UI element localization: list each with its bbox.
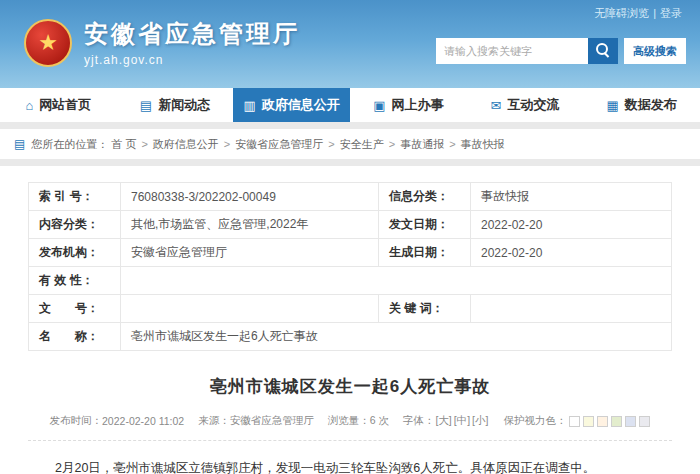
generate-date-label: 生成日期：: [379, 239, 471, 267]
keywords-label: 关 键 词：: [379, 295, 471, 323]
validity-label: 有 效 性：: [29, 267, 121, 295]
top-utility-bar: 无障碍浏览|登录: [590, 6, 686, 21]
eye-color-swatch[interactable]: [639, 416, 650, 427]
star-icon: ★: [38, 30, 58, 56]
breadcrumb-link-department[interactable]: 安徽省应急管理厅: [235, 137, 323, 152]
main-nav: ⌂ 网站首页 ▤ 新闻动态 ▥ 政府信息公开 ▣ 网上办事 ✉ 互动交流 ▦ 数…: [0, 88, 700, 122]
breadcrumb-prefix: 您所在的位置：: [31, 137, 108, 152]
site-title: 安徽省应急管理厅: [84, 18, 300, 50]
table-row: 发布机构： 安徽省应急管理厅 生成日期： 2022-02-20: [29, 239, 672, 267]
name-label: 名 称：: [29, 323, 121, 351]
eye-color-swatch[interactable]: [625, 416, 636, 427]
nav-item-interaction[interactable]: ✉ 互动交流: [467, 88, 584, 122]
home-icon: ⌂: [25, 98, 33, 113]
search-button[interactable]: [588, 38, 618, 64]
site-url: yjt.ah.gov.cn: [84, 53, 300, 67]
info-disclosure-icon: ▥: [244, 98, 256, 113]
table-row: 文 号： 关 键 词：: [29, 295, 672, 323]
index-number-value: 76080338-3/202202-00049: [121, 183, 379, 211]
eye-color-swatch[interactable]: [611, 416, 622, 427]
issue-date-label: 发文日期：: [379, 211, 471, 239]
nav-label: 互动交流: [507, 96, 559, 114]
nav-label: 新闻动态: [158, 96, 210, 114]
data-release-icon: ▦: [607, 98, 619, 113]
font-medium-button[interactable]: [中]: [454, 414, 470, 428]
location-icon: ▤: [14, 137, 25, 151]
national-emblem-logo: ★: [24, 19, 72, 67]
interaction-icon: ✉: [491, 98, 502, 113]
article-title: 亳州市谯城区发生一起6人死亡事故: [0, 375, 700, 398]
doc-number-label: 文 号：: [29, 295, 121, 323]
eye-color-swatch[interactable]: [583, 416, 594, 427]
info-table: 索 引 号： 76080338-3/202202-00049 信息分类： 事故快…: [28, 182, 672, 351]
index-number-label: 索 引 号：: [29, 183, 121, 211]
content-category-value: 其他,市场监管、应急管理,2022年: [121, 211, 379, 239]
info-category-value: 事故快报: [471, 183, 672, 211]
online-service-icon: ▣: [373, 98, 385, 113]
nav-label: 网上办事: [392, 96, 444, 114]
keywords-value: [471, 295, 672, 323]
info-category-label: 信息分类：: [379, 183, 471, 211]
publish-time-label: 发布时间：: [50, 414, 103, 428]
nav-label: 网站首页: [39, 96, 91, 114]
search-input[interactable]: [436, 38, 588, 64]
table-row: 有 效 性：: [29, 267, 672, 295]
font-small-button[interactable]: [小]: [472, 414, 488, 428]
news-icon: ▤: [140, 98, 152, 113]
breadcrumb: ▤ 您所在的位置： 首 页 > 政府信息公开 > 安徽省应急管理厅 > 安全生产…: [0, 129, 700, 159]
article-body: 2月20日，亳州市谯城区立德镇郭庄村，发现一电动三轮车坠沟致6人死亡。具体原因正…: [30, 457, 670, 474]
breadcrumb-link-safety[interactable]: 安全生产: [340, 137, 384, 152]
name-value: 亳州市谯城区发生一起6人死亡事故: [121, 323, 672, 351]
main-content: 索 引 号： 76080338-3/202202-00049 信息分类： 事故快…: [0, 166, 700, 474]
nav-label: 数据发布: [625, 96, 677, 114]
nav-item-data-release[interactable]: ▦ 数据发布: [583, 88, 700, 122]
publisher-value: 安徽省应急管理厅: [121, 239, 379, 267]
site-header: 无障碍浏览|登录 ★ 安徽省应急管理厅 yjt.ah.gov.cn 高级搜索: [0, 0, 700, 88]
nav-item-info-disclosure[interactable]: ▥ 政府信息公开: [233, 88, 350, 122]
source-label: 来源：: [198, 414, 230, 428]
font-large-button[interactable]: [大]: [435, 414, 451, 428]
search-bar: 高级搜索: [436, 38, 686, 64]
nav-label: 政府信息公开: [262, 96, 340, 114]
publish-time-value: 2022-02-20 11:02: [102, 415, 184, 427]
font-size-label: 字体：: [403, 414, 435, 428]
article-meta: 发布时间：2022-02-20 11:02 来源：安徽省应急管理厅 浏览量：6 …: [28, 414, 672, 441]
publisher-label: 发布机构：: [29, 239, 121, 267]
topbar-separator: |: [653, 7, 656, 19]
advanced-search-button[interactable]: 高级搜索: [624, 38, 686, 64]
generate-date-value: 2022-02-20: [471, 239, 672, 267]
eye-protect-label: 保护视力色：: [503, 414, 566, 428]
views-value: 6 次: [370, 414, 389, 428]
nav-item-online-service[interactable]: ▣ 网上办事: [350, 88, 467, 122]
nav-item-home[interactable]: ⌂ 网站首页: [0, 88, 117, 122]
eye-color-swatch[interactable]: [597, 416, 608, 427]
accessibility-link[interactable]: 无障碍浏览: [594, 7, 649, 19]
doc-number-value: [121, 295, 379, 323]
login-link[interactable]: 登录: [660, 7, 682, 19]
table-row: 名 称： 亳州市谯城区发生一起6人死亡事故: [29, 323, 672, 351]
views-label: 浏览量：: [328, 414, 370, 428]
table-row: 内容分类： 其他,市场监管、应急管理,2022年 发文日期： 2022-02-2…: [29, 211, 672, 239]
source-value: 安徽省应急管理厅: [230, 414, 314, 428]
search-icon: [596, 43, 610, 57]
table-row: 索 引 号： 76080338-3/202202-00049 信息分类： 事故快…: [29, 183, 672, 211]
breadcrumb-link-info-disclosure[interactable]: 政府信息公开: [153, 137, 219, 152]
content-category-label: 内容分类：: [29, 211, 121, 239]
eye-color-swatch[interactable]: [569, 416, 580, 427]
breadcrumb-link-home[interactable]: 首 页: [111, 137, 136, 152]
nav-item-news[interactable]: ▤ 新闻动态: [117, 88, 234, 122]
validity-value: [121, 267, 672, 295]
issue-date-value: 2022-02-20: [471, 211, 672, 239]
breadcrumb-link-accident-bulletin[interactable]: 事故快报: [461, 137, 505, 152]
breadcrumb-link-accident-report[interactable]: 事故通报: [400, 137, 444, 152]
site-brand: ★ 安徽省应急管理厅 yjt.ah.gov.cn: [24, 18, 300, 67]
